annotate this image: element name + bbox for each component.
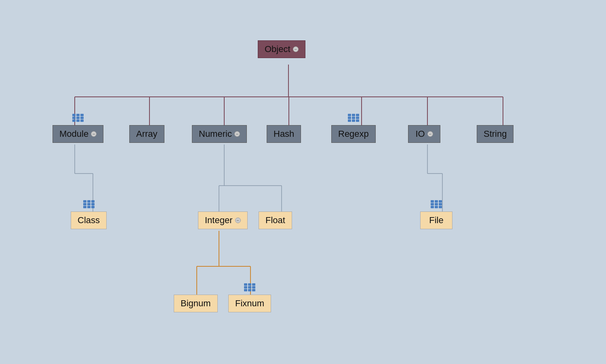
integer-minus-btn[interactable]: − <box>235 218 241 223</box>
class-label: Class <box>78 215 100 226</box>
node-box-array[interactable]: Array <box>129 125 164 143</box>
node-box-io[interactable]: IO − <box>408 125 440 143</box>
node-box-fixnum[interactable]: Fixnum <box>228 295 271 312</box>
node-module[interactable]: Module − <box>53 125 103 143</box>
node-array[interactable]: Array <box>129 125 164 143</box>
regexp-icon <box>348 114 359 123</box>
file-icon <box>431 200 442 209</box>
io-label: IO <box>415 129 425 139</box>
node-box-string[interactable]: String <box>477 125 513 143</box>
node-io[interactable]: IO − <box>408 125 440 143</box>
module-minus-btn[interactable]: − <box>91 131 97 137</box>
hash-label: Hash <box>274 129 294 139</box>
object-minus-btn[interactable]: − <box>293 46 299 52</box>
node-bignum[interactable]: Bignum <box>174 295 218 312</box>
node-box-file[interactable]: File <box>420 211 452 229</box>
node-string[interactable]: String <box>477 125 513 143</box>
node-box-integer[interactable]: Integer − <box>198 211 248 229</box>
bignum-label: Bignum <box>181 298 211 309</box>
node-fixnum[interactable]: Fixnum <box>228 295 271 312</box>
module-label: Module <box>59 129 88 139</box>
fixnum-label: Fixnum <box>235 298 264 309</box>
node-box-numeric[interactable]: Numeric − <box>192 125 247 143</box>
node-float[interactable]: Float <box>259 211 292 229</box>
io-minus-btn[interactable]: − <box>427 131 433 137</box>
node-file[interactable]: File <box>420 211 452 229</box>
integer-label: Integer <box>205 215 233 226</box>
module-icon <box>72 114 84 123</box>
node-box-module[interactable]: Module − <box>53 125 103 143</box>
node-box-class[interactable]: Class <box>71 211 107 229</box>
node-box-regexp[interactable]: Regexp <box>331 125 376 143</box>
node-box-object[interactable]: Object − <box>258 40 305 58</box>
node-numeric[interactable]: Numeric − <box>192 125 247 143</box>
regexp-label: Regexp <box>338 129 369 139</box>
numeric-minus-btn[interactable]: − <box>234 131 240 137</box>
string-label: String <box>484 129 507 139</box>
node-class[interactable]: Class <box>71 211 107 229</box>
class-icon <box>83 200 95 209</box>
fixnum-icon <box>244 283 255 292</box>
file-label: File <box>429 215 443 226</box>
node-hash[interactable]: Hash <box>267 125 301 143</box>
node-box-hash[interactable]: Hash <box>267 125 301 143</box>
node-object[interactable]: Object − <box>258 40 305 58</box>
object-label: Object <box>265 44 290 54</box>
float-label: Float <box>265 215 285 226</box>
node-box-float[interactable]: Float <box>259 211 292 229</box>
node-regexp[interactable]: Regexp <box>331 125 376 143</box>
node-box-bignum[interactable]: Bignum <box>174 295 218 312</box>
array-label: Array <box>136 129 158 139</box>
diagram-container: Object − Module − Array Numeric − <box>0 0 606 364</box>
node-integer[interactable]: Integer − <box>198 211 248 229</box>
numeric-label: Numeric <box>199 129 232 139</box>
